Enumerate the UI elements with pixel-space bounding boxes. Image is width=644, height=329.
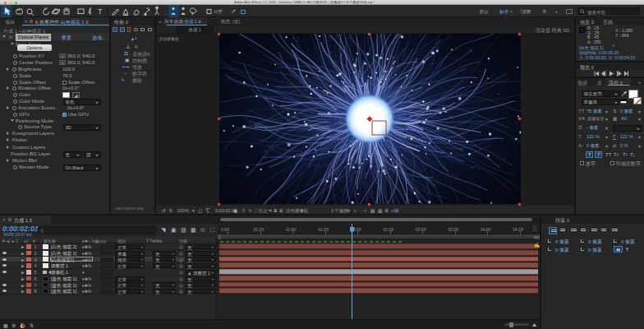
svg-text:T: T [98,7,103,16]
